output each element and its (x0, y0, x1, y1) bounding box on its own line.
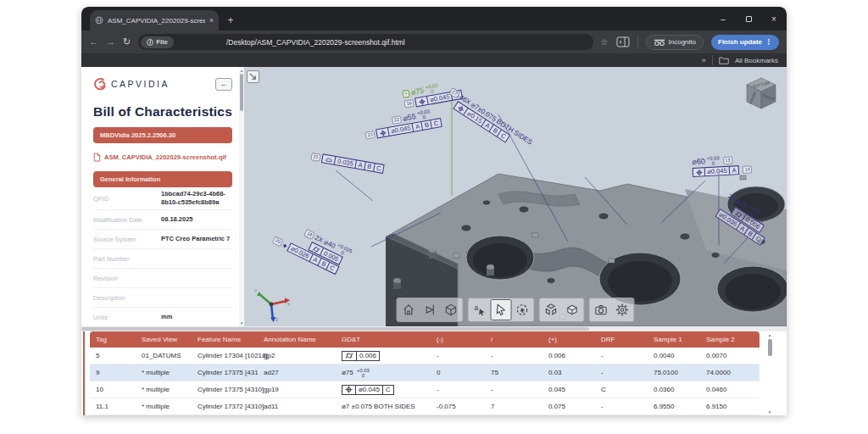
surface-profile-symbol-icon (322, 154, 336, 164)
info-row-revision: Revision (93, 269, 232, 288)
axis-z-label: Z (275, 317, 278, 322)
version-badge: MBDVidia 2025.2.2506.30 (93, 127, 232, 143)
home-icon (402, 303, 416, 317)
col-header-gdt[interactable]: GD&T (336, 331, 431, 348)
axis-x-label: X (287, 302, 291, 307)
exploded-cube-icon (544, 303, 559, 317)
bookmark-star-icon[interactable]: ☆ (601, 38, 609, 47)
gdt-cell[interactable]: 0.006 (336, 348, 431, 364)
transparency-button[interactable] (562, 299, 583, 320)
table-row-cell[interactable]: 10 (90, 381, 136, 398)
diagonal-arrow-icon (249, 73, 257, 81)
col-header-saved-view[interactable]: Saved View (136, 331, 192, 348)
col-header-sample1[interactable]: Sample 1 (648, 331, 700, 348)
info-icon: i (147, 39, 153, 46)
sidebar-scroll-thumb[interactable] (240, 74, 243, 111)
info-list: QPID 1bbcad74-29c3-4b68-8b10-c535efc8b89… (93, 187, 232, 326)
tab-title: ASM_CAPVIDIA_2202029-scree (108, 17, 205, 25)
general-information-header[interactable]: General Information (93, 171, 232, 187)
side-panel-icon[interactable] (616, 36, 630, 48)
gdt-cell[interactable]: ⌀0.045 C (336, 381, 431, 398)
collapse-sidebar-button[interactable]: ← (215, 78, 232, 91)
kebab-menu-icon[interactable]: ⋮ (765, 38, 772, 46)
table-row-cell-selected[interactable]: 9 (90, 364, 136, 381)
table-scrollbar[interactable]: ▴ ▾ (766, 331, 773, 415)
axis-y-label: Y (254, 288, 258, 293)
back-icon[interactable]: ← (89, 37, 98, 47)
annotation-position-60[interactable]: ⌀60 +0.030 13 ⌀0.045 A 14 (692, 153, 754, 178)
file-scheme-chip[interactable]: i File (141, 36, 174, 48)
brand-name: CAPVIDIA (111, 79, 170, 89)
reload-icon[interactable]: ↻ (123, 37, 131, 47)
close-button[interactable]: × (761, 7, 787, 31)
col-header-feature-name[interactable]: Feature Name (192, 331, 258, 348)
tab-close-icon[interactable]: × (209, 17, 214, 25)
col-header-annotation-name[interactable]: Annotation Name (258, 331, 336, 348)
page-content: CAPVIDIA ← Bill of Characteristics MBDVi… (81, 67, 787, 326)
col-header-sample2[interactable]: Sample 2 (700, 331, 760, 348)
bookmarks-bar: » All Bookmarks (81, 53, 787, 67)
all-bookmarks-button[interactable]: All Bookmarks (735, 57, 778, 64)
gdt-cell[interactable]: ⌀75 +0.030 (336, 364, 431, 381)
horizontal-scroll-thumb[interactable] (81, 327, 589, 331)
exploded-view-button[interactable] (541, 299, 562, 320)
finish-update-button[interactable]: Finish update ⋮ (711, 35, 779, 50)
table-row-cell[interactable]: 5 (90, 348, 136, 364)
cad-model[interactable] (244, 67, 787, 326)
select-tools-group: a (468, 298, 535, 322)
table-row-cell[interactable]: 11.1 (90, 398, 136, 415)
isometric-view-button[interactable] (441, 299, 462, 320)
incognito-glasses-icon (654, 37, 665, 47)
table-scroll-thumb[interactable] (768, 339, 772, 356)
view-cube[interactable]: BOTTOM FRONT RIGHT (743, 75, 779, 112)
restore-button[interactable] (736, 7, 761, 31)
minimize-button[interactable]: – (710, 7, 736, 31)
col-header-minus[interactable]: (-) (431, 331, 485, 348)
browser-toolbar: ← → ↻ i File /Desktop/ASM_CAPVIDIA_22020… (81, 31, 787, 53)
brand-row: CAPVIDIA ← (93, 77, 232, 91)
table-accent-edge (83, 331, 85, 415)
address-bar[interactable]: i File /Desktop/ASM_CAPVIDIA_2202029-scr… (138, 34, 593, 50)
gdt-cell[interactable]: ⌀7 ±0.075 BOTH SIDES (336, 398, 431, 415)
scroll-up-icon[interactable]: ▴ (766, 332, 773, 337)
info-row-part-number: Part Number (93, 249, 232, 269)
viewer-settings-button[interactable] (612, 299, 633, 320)
annotation-select-icon: a (473, 303, 487, 317)
document-icon (93, 153, 101, 162)
col-header-plus[interactable]: (+) (542, 331, 595, 348)
sidebar: CAPVIDIA ← Bill of Characteristics MBDVi… (81, 67, 244, 326)
new-tab-button[interactable]: + (222, 12, 239, 29)
screenshot-button[interactable] (591, 299, 612, 320)
qif-file-link[interactable]: ASM_CAPVIDIA_2202029-screenshot.qif (93, 153, 232, 162)
bookmarks-divider (712, 55, 713, 65)
col-header-drf[interactable]: DRF (595, 331, 648, 348)
cursor-icon (494, 303, 509, 317)
viewer-toolbar: a (397, 298, 635, 322)
globe-favicon-icon (95, 16, 103, 25)
gear-icon (615, 303, 630, 317)
3d-viewer[interactable]: BOTTOM FRONT RIGHT Y X Z 9 (244, 67, 787, 326)
axis-triad: Y X Z (251, 282, 292, 323)
bookmarks-overflow-icon[interactable]: » (702, 56, 706, 64)
annotation-badge: 13 (723, 156, 733, 164)
browser-tab[interactable]: ASM_CAPVIDIA_2202029-scree × (90, 10, 219, 31)
info-row-source-system: Source System PTC Creo Parametric 7 (93, 230, 232, 249)
capvidia-logo-icon (93, 77, 107, 91)
tab-strip: ASM_CAPVIDIA_2202029-scree × + – × (81, 7, 787, 31)
scroll-down-icon[interactable]: ▾ (766, 409, 773, 415)
select-annotation-button[interactable]: a (470, 299, 491, 320)
incognito-label: Incognito (669, 38, 696, 46)
orbit-rotate-button[interactable] (512, 299, 533, 320)
expand-viewer-button[interactable] (247, 70, 259, 83)
position-symbol-icon (342, 386, 356, 394)
look-at-face-button[interactable] (420, 299, 441, 320)
select-cursor-button[interactable] (491, 299, 512, 320)
info-row-qpid: QPID 1bbcad74-29c3-4b68-8b10-c535efc8b89… (93, 187, 232, 210)
col-header-nominal[interactable]: / (485, 331, 542, 348)
camera-icon (594, 303, 609, 317)
forward-icon[interactable]: → (106, 37, 115, 47)
home-view-button[interactable] (398, 299, 420, 320)
position-symbol-icon (415, 97, 428, 106)
display-tools-group (539, 298, 585, 322)
col-header-tag[interactable]: Tag (90, 331, 136, 348)
